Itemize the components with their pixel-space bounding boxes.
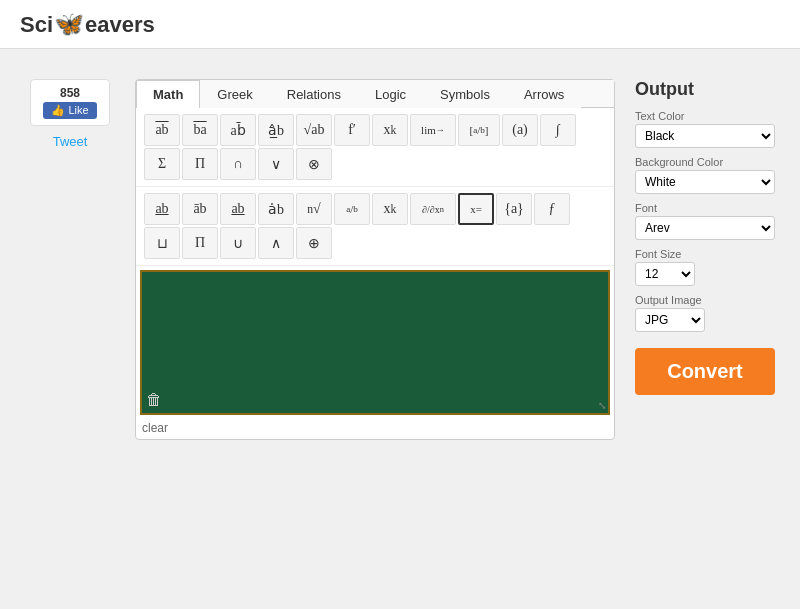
sym-hat[interactable]: â̲b [258,114,294,146]
sym-func[interactable]: ƒ [534,193,570,225]
font-size-label: Font Size [635,248,775,260]
clear-label: clear [136,419,614,439]
sym-union[interactable]: ∪ [220,227,256,259]
output-title: Output [635,79,775,100]
logo-prefix: Sci [20,12,53,37]
sym-intersection[interactable]: ∩ [220,148,256,180]
sym-nth-root[interactable]: n√ [296,193,332,225]
sym-product[interactable]: Π [182,148,218,180]
bg-color-select[interactable]: White Black Transparent Yellow [635,170,775,194]
butterfly-icon: 🦋 [54,10,84,38]
sym-partial[interactable]: ∂/∂xn [410,193,456,225]
sym-bar3[interactable]: āb [182,193,218,225]
trash-icon[interactable]: 🗑 [146,391,162,408]
sym-bar2[interactable]: ab̄ [220,114,256,146]
tab-logic[interactable]: Logic [358,80,423,108]
sym-fraction[interactable]: a/b [334,193,370,225]
tab-arrows[interactable]: Arrows [507,80,581,108]
sym-paren[interactable]: (a) [502,114,538,146]
convert-button[interactable]: Convert [635,348,775,395]
text-color-label: Text Color [635,110,775,122]
symbol-row-1: ab ba ab̄ â̲b √ab f′ xk lim→ [a/b] (a) ∫… [136,108,614,187]
sym-set[interactable]: {a} [496,193,532,225]
fb-like-button[interactable]: 👍 Like [43,102,96,119]
font-label: Font [635,202,775,214]
sym-tensor[interactable]: ⊗ [296,148,332,180]
symbol-row-2: ab āb ab ȧb n√ a/b xk ∂/∂xn x= {a} ƒ ⊔ Π… [136,187,614,266]
tab-bar: Math Greek Relations Logic Symbols Arrow… [136,80,614,108]
main-content: 858 👍 Like Tweet Math Greek Relations Lo… [0,49,800,470]
tweet-link[interactable]: Tweet [53,134,88,149]
sym-oplus[interactable]: ⊕ [296,227,332,259]
font-select[interactable]: Arev Times Computer Modern [635,216,775,240]
output-image-select[interactable]: JPG PNG SVG PDF [635,308,705,332]
sym-Pi2[interactable]: Π [182,227,218,259]
fb-like-box: 858 👍 Like [30,79,110,126]
tab-relations[interactable]: Relations [270,80,358,108]
fb-count: 858 [41,86,99,100]
sym-superscript[interactable]: xk [372,114,408,146]
sym-subscript[interactable]: xk [372,193,408,225]
sym-sqcup[interactable]: ⊔ [144,227,180,259]
bg-color-label: Background Color [635,156,775,168]
logo: Sci🦋eavers [20,10,155,38]
sym-bracket-frac[interactable]: [a/b] [458,114,500,146]
sym-underline2[interactable]: ab [220,193,256,225]
resize-handle[interactable]: ⤡ [598,400,606,411]
sym-bar[interactable]: ba [182,114,218,146]
header: Sci🦋eavers [0,0,800,49]
editor-panel: Math Greek Relations Logic Symbols Arrow… [135,79,615,440]
sym-sum[interactable]: Σ [144,148,180,180]
sym-overline[interactable]: ab [144,114,180,146]
logo-suffix: eavers [85,12,155,37]
output-image-label: Output Image [635,294,775,306]
output-panel: Output Text Color Black White Red Blue G… [635,79,775,395]
sym-prime[interactable]: f′ [334,114,370,146]
sym-lim[interactable]: lim→ [410,114,456,146]
canvas-toolbar: 🗑 [146,391,162,409]
sym-or[interactable]: ∨ [258,148,294,180]
drawing-canvas[interactable]: 🗑 ⤡ [140,270,610,415]
social-panel: 858 👍 Like Tweet [25,79,115,149]
sym-boxed[interactable]: x= [458,193,494,225]
sym-and[interactable]: ∧ [258,227,294,259]
text-color-select[interactable]: Black White Red Blue Green [635,124,775,148]
font-size-select[interactable]: 8 10 12 14 16 18 24 [635,262,695,286]
tab-math[interactable]: Math [136,80,200,108]
sym-integral[interactable]: ∫ [540,114,576,146]
sym-underline[interactable]: ab [144,193,180,225]
tab-greek[interactable]: Greek [200,80,269,108]
tab-symbols[interactable]: Symbols [423,80,507,108]
sym-dot2[interactable]: ȧb [258,193,294,225]
sym-sqrt[interactable]: √ab [296,114,332,146]
